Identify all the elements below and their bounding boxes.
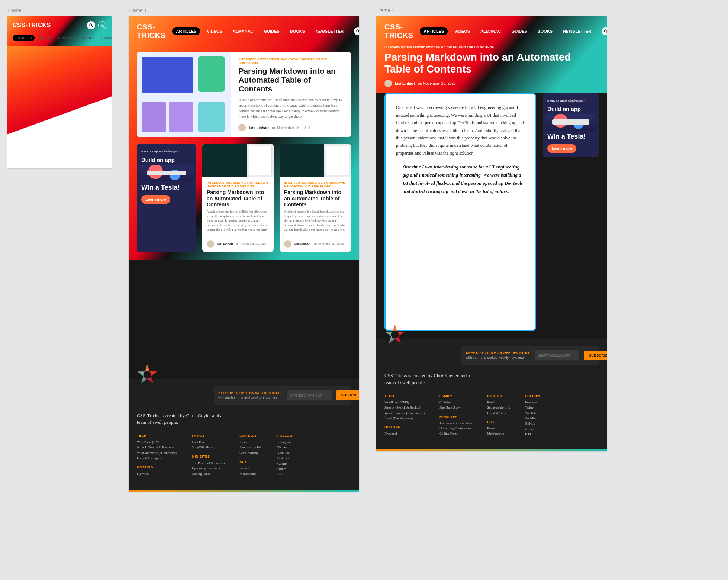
footer-link[interactable]: Flywheel <box>137 471 177 476</box>
footer-link[interactable]: iTunes <box>277 466 293 471</box>
footer-link[interactable]: Coding Fonts <box>192 471 225 476</box>
footer-link[interactable]: Twitter <box>277 445 293 450</box>
nav-almanac[interactable]: ALMANAC <box>55 35 78 41</box>
ad-illustration <box>139 165 194 181</box>
search-icon[interactable] <box>87 21 95 29</box>
footer-link[interactable]: Twitter <box>525 405 540 410</box>
article-card[interactable]: INTERSECTIONOBSERVER MARKDOWN NAVIGATION… <box>202 144 274 252</box>
ad-cta[interactable]: Learn more <box>547 144 576 153</box>
footer-link[interactable]: YouTube <box>525 410 540 416</box>
footer-accent-bar <box>376 450 607 451</box>
nav-newsletter[interactable]: NEWSLETTER <box>312 27 347 35</box>
ad-cta[interactable]: Learn more <box>141 195 170 204</box>
footer-link[interactable]: Sponsorship Info <box>487 405 510 410</box>
footer-link[interactable]: Local (Development) <box>384 416 425 421</box>
nav-books[interactable]: BOOKS <box>286 27 309 35</box>
newsletter-sub: with our hand-crafted weekly newsletter <box>218 396 282 400</box>
site-logo[interactable]: CSS-TRICKS <box>13 22 51 29</box>
footer-link[interactable]: Local (Development) <box>137 455 177 461</box>
footer-link[interactable]: CodePen <box>277 455 293 461</box>
footer-link[interactable]: YouTube <box>277 450 293 455</box>
footer-link[interactable]: Email <box>239 439 262 445</box>
footer-link[interactable]: Jetpack (Search & Backup) <box>384 405 425 410</box>
footer-link[interactable]: WooCommerce (eCommerce) <box>384 410 425 416</box>
nav-books[interactable]: BOOKS <box>534 27 556 35</box>
post-tags[interactable]: INTERSECTIONOBSERVER MARKDOWN NAVIGATION… <box>384 45 599 48</box>
footer-link[interactable]: CodePen <box>192 439 225 445</box>
footer-link[interactable]: iTunes <box>525 426 540 432</box>
post-title[interactable]: Parsing Markdown into an Automated Table… <box>238 67 344 93</box>
nav-articles[interactable]: ARTICLES <box>172 27 200 35</box>
post-tags[interactable]: INTERSECTIONOBSERVER MARKDOWN NAVIGATION… <box>238 58 344 64</box>
nav-videos[interactable]: VIDEOS <box>203 27 226 35</box>
site-logo[interactable]: CSS-TRICKS <box>137 23 165 40</box>
footer-link[interactable]: The Power of Serverless <box>439 420 472 426</box>
footer-link[interactable]: Membership <box>487 431 510 436</box>
search-icon[interactable] <box>354 27 359 35</box>
nav-newsletter[interactable]: NEWSLETTER <box>559 27 595 35</box>
footer-link[interactable]: ShopTalk Show <box>439 405 472 410</box>
sponsor-ad[interactable]: monday apps challenge /> Build an app Wi… <box>543 93 599 157</box>
nav-almanac[interactable]: ALMANAC <box>477 27 505 35</box>
site-footer: KEEP UP TO DATE ON WEB DEV STUFF with ou… <box>376 339 607 450</box>
newsletter-box: KEEP UP TO DATE ON WEB DEV STUFF with ou… <box>214 386 351 405</box>
footer-link[interactable]: Instagram <box>525 400 540 405</box>
footer-link[interactable]: WooCommerce (eCommerce) <box>137 450 177 455</box>
footer-link[interactable]: WordPress (CMS) <box>137 439 177 445</box>
topbar: CSS-TRICKS <box>7 16 112 35</box>
footer-link[interactable]: CodePen <box>525 416 540 421</box>
nav-books[interactable]: BOOKS <box>99 35 112 41</box>
account-icon[interactable] <box>98 21 106 29</box>
footer-heading-contact: CONTACT <box>487 394 510 398</box>
footer-link[interactable]: GitHub <box>525 421 540 426</box>
svg-line-4 <box>358 32 359 33</box>
footer-link[interactable]: Coding Fonts <box>439 431 472 436</box>
footer-heading-family: FAMILY <box>439 394 472 398</box>
nav-videos[interactable]: VIDEOS <box>36 35 54 41</box>
article-card[interactable]: INTERSECTIONOBSERVER MARKDOWN NAVIGATION… <box>280 144 351 252</box>
article-body: One time I was interviewing someone for … <box>384 93 536 331</box>
subscribe-button[interactable]: SUBSCRIBE <box>584 351 607 360</box>
newsletter-input[interactable] <box>535 350 579 360</box>
footer-link[interactable]: Jetpack (Search & Backup) <box>137 445 177 450</box>
footer-link[interactable]: Sponsorship Info <box>239 445 262 450</box>
footer-link[interactable]: The Power of Serverless <box>192 460 225 465</box>
svg-point-6 <box>604 30 606 32</box>
footer-link[interactable]: Email <box>487 400 510 405</box>
footer-link[interactable]: Guest Writing <box>239 450 262 455</box>
sponsor-ad[interactable]: monday apps challenge /> Build an app Wi… <box>137 144 196 252</box>
featured-card[interactable]: INTERSECTIONOBSERVER MARKDOWN NAVIGATION… <box>137 52 351 137</box>
svg-line-7 <box>606 32 607 33</box>
footer-link[interactable]: WordPress (CMS) <box>384 400 425 405</box>
nav-guides[interactable]: GUIDES <box>508 27 531 35</box>
nav-videos[interactable]: VIDEOS <box>451 27 474 35</box>
newsletter-input[interactable] <box>287 390 332 400</box>
frame-2: Frame 2 CSS-TRICKS ARTICLES VIDEOS ALMAN… <box>376 7 607 451</box>
footer-link[interactable]: Upcoming Conferences <box>439 426 472 431</box>
footer-link[interactable]: Instagram <box>277 439 293 445</box>
footer-link[interactable]: RSS <box>525 432 540 437</box>
nav-articles[interactable]: ARTICLES <box>13 35 35 41</box>
site-logo[interactable]: CSS-TRICKS <box>384 23 413 40</box>
footer-link[interactable]: Upcoming Conferences <box>192 465 225 471</box>
footer-link[interactable]: CodePen <box>439 400 472 405</box>
nav-guides[interactable]: GUIDES <box>260 27 283 35</box>
footer-heading-follow: FOLLOW <box>277 434 293 438</box>
nav-almanac[interactable]: ALMANAC <box>229 27 257 35</box>
footer-link[interactable]: Membership <box>239 471 262 476</box>
nav-articles[interactable]: ARTICLES <box>420 27 448 35</box>
search-icon[interactable] <box>602 27 607 35</box>
author-name[interactable]: Lisi Linhart <box>249 126 269 130</box>
footer-link[interactable]: Guest Writing <box>487 410 510 416</box>
author-name[interactable]: Lisi Linhart <box>395 81 415 86</box>
footer-link[interactable]: GitHub <box>277 461 293 466</box>
subscribe-button[interactable]: SUBSCRIBE <box>336 390 359 400</box>
footer-columns: TECHWordPress (CMS)Jetpack (Search & Bac… <box>384 394 599 442</box>
footer-link[interactable]: Posters <box>239 465 262 471</box>
footer-link[interactable]: Posters <box>487 426 510 431</box>
footer-columns: TECHWordPress (CMS)Jetpack (Search & Bac… <box>137 434 351 481</box>
footer-link[interactable]: Flywheel <box>384 431 425 436</box>
footer-link[interactable]: RSS <box>277 471 293 477</box>
footer-link[interactable]: ShopTalk Show <box>192 445 225 450</box>
nav-guides[interactable]: GUIDES <box>79 35 97 41</box>
